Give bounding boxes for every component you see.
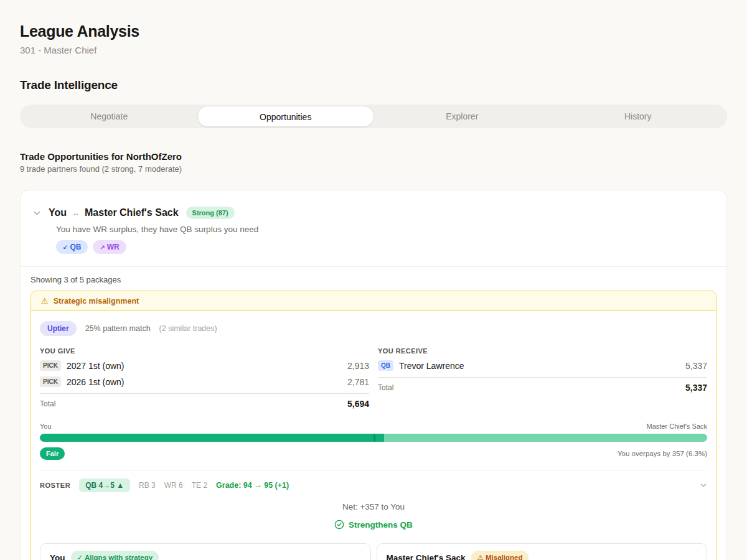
tab-history[interactable]: History (550, 106, 726, 127)
roster-grade-change: Grade: 94 → 95 (+1) (216, 481, 289, 490)
tab-explorer[interactable]: Explorer (374, 106, 550, 127)
asset-value: 2,781 (347, 377, 369, 387)
partner-header: You ↔ Master Chief's Sack Strong (87) Yo… (21, 190, 726, 254)
strategy-title-row: Master Chief's Sack ⚠ Misaligned (387, 551, 698, 560)
net-value-text: Net: +357 to You (40, 502, 707, 511)
value-balance-bar (40, 434, 707, 442)
partner-header-row[interactable]: You ↔ Master Chief's Sack Strong (87) (33, 207, 714, 219)
asset-value: 5,337 (685, 361, 707, 371)
total-label: Total (378, 383, 393, 392)
fair-verdict-badge: Fair (40, 447, 65, 460)
balance-right-label: Master Chief's Sack (647, 422, 707, 430)
roster-qb-change-pill: QB 4→5 ▲ (79, 478, 130, 492)
page-title: League Analysis (20, 22, 727, 40)
you-give-column: YOU GIVE PICK 2027 1st (own) 2,913 PICK … (40, 347, 369, 409)
trade-partner-card: You ↔ Master Chief's Sack Strong (87) Yo… (20, 190, 727, 560)
strategic-warning-banner: ⚠ Strategic misalignment (31, 291, 716, 311)
asset-name: 2027 1st (own) (67, 361, 347, 371)
overpay-text: You overpays by 357 (6.3%) (618, 450, 707, 457)
packages-count: Showing 3 of 5 packages (21, 267, 726, 291)
swap-arrow-icon: ↔ (72, 208, 80, 218)
asset-name: Trevor Lawrence (399, 361, 685, 371)
opportunities-summary: 9 trade partners found (2 strong, 7 mode… (20, 164, 727, 174)
roster-wr-count: WR 6 (164, 481, 183, 490)
section-title: Trade Intelligence (20, 78, 727, 92)
value-balance-section: You Master Chief's Sack Fair You overpay… (40, 422, 707, 460)
pick-badge: PICK (40, 360, 61, 371)
roster-te-count: TE 2 (192, 481, 207, 490)
tab-opportunities[interactable]: Opportunities (197, 106, 375, 127)
receive-asset-row: QB Trevor Lawrence 5,337 (378, 360, 707, 371)
chevron-down-icon[interactable] (700, 482, 707, 489)
total-label: Total (40, 399, 55, 408)
give-total-value: 5,694 (347, 399, 369, 409)
roster-label: ROSTER (40, 482, 70, 489)
give-asset-row: PICK 2027 1st (own) 2,913 (40, 360, 369, 371)
package-meta-row: Uptier 25% pattern match (2 similar trad… (40, 321, 707, 336)
strategy-title-row: You ✓ Aligns with strategy (50, 551, 361, 560)
asset-name: 2026 1st (own) (67, 377, 347, 387)
you-receive-header: YOU RECEIVE (378, 347, 707, 355)
balance-bar-fill (40, 434, 384, 442)
partner-name: Master Chief's Sack (85, 207, 179, 218)
check-circle-icon (334, 520, 344, 530)
give-total-row: Total 5,694 (40, 393, 369, 409)
give-asset-row: PICK 2026 1st (own) 2,781 (40, 376, 369, 387)
balance-verdict-row: Fair You overpays by 357 (6.3%) (40, 447, 707, 460)
warning-text: Strategic misalignment (54, 297, 139, 306)
partner-description: You have WR surplus, they have QB surplu… (49, 225, 714, 234)
arrow-down-left-icon: ↙ (63, 244, 68, 251)
balance-labels: You Master Chief's Sack (40, 422, 707, 430)
tab-negotiate[interactable]: Negotiate (21, 106, 197, 127)
package-body: Uptier 25% pattern match (2 similar trad… (31, 311, 716, 560)
strategy-box-you: You ✓ Aligns with strategy Contender: Co… (40, 543, 371, 560)
you-receive-column: YOU RECEIVE QB Trevor Lawrence 5,337 Tot… (378, 347, 707, 409)
balance-left-label: You (40, 422, 52, 430)
league-subtitle: 301 - Master Chief (20, 45, 727, 55)
tier-badge: Uptier (40, 321, 77, 336)
strategy-box-partner: Master Chief's Sack ⚠ Misaligned Contend… (377, 543, 708, 560)
similar-trades-text: (2 similar trades) (159, 324, 217, 333)
need-badges: ↙QB ↗WR (56, 240, 714, 254)
qb-position-badge: QB (378, 360, 393, 371)
surplus-badge-wr: ↗WR (93, 240, 126, 254)
receive-total-row: Total 5,337 (378, 377, 707, 393)
warning-triangle-icon: ⚠ (41, 296, 49, 306)
strategy-team-name: You (50, 553, 65, 560)
strengthens-text: Strengthens QB (349, 520, 413, 530)
roster-impact-row: ROSTER QB 4→5 ▲ RB 3 WR 6 TE 2 Grade: 94… (40, 470, 707, 492)
misaligned-badge: ⚠ Misaligned (471, 551, 529, 560)
partner-you-label: You (49, 207, 67, 218)
give-receive-columns: YOU GIVE PICK 2027 1st (own) 2,913 PICK … (40, 347, 707, 409)
pick-badge: PICK (40, 376, 61, 387)
balance-midpoint-marker (374, 434, 375, 442)
need-badge-qb-label: QB (70, 243, 81, 251)
opportunities-heading: Trade Opportunities for NorthOfZero (20, 151, 727, 162)
asset-value: 2,913 (347, 361, 369, 371)
roster-rb-count: RB 3 (139, 481, 156, 490)
strategy-alignment-grid: You ✓ Aligns with strategy Contender: Co… (40, 543, 707, 560)
you-give-header: YOU GIVE (40, 347, 369, 355)
strengthens-note: Strengthens QB (40, 520, 707, 530)
need-badge-qb: ↙QB (56, 240, 88, 254)
chevron-down-icon[interactable] (33, 209, 41, 217)
trade-intelligence-tabbar: Negotiate Opportunities Explorer History (20, 105, 727, 128)
receive-total-value: 5,337 (685, 383, 707, 393)
arrow-up-right-icon: ↗ (100, 244, 105, 251)
trade-package-card: ⚠ Strategic misalignment Uptier 25% patt… (31, 291, 716, 560)
pattern-match-text: 25% pattern match (85, 324, 151, 333)
partner-title: You ↔ Master Chief's Sack (49, 207, 179, 218)
strategy-team-name: Master Chief's Sack (387, 553, 466, 560)
strength-badge: Strong (87) (186, 207, 235, 219)
aligns-strategy-badge: ✓ Aligns with strategy (71, 551, 159, 560)
surplus-badge-wr-label: WR (107, 243, 120, 251)
